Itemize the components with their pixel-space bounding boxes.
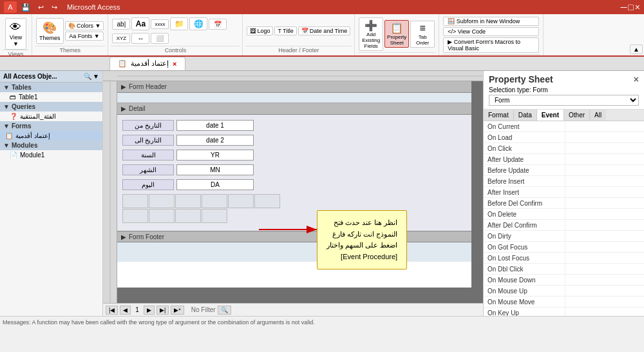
fonts-btn[interactable]: Aa Fonts ▼ (65, 32, 104, 41)
ps-row-before-del-confirm: Before Del Confirm (484, 198, 644, 209)
ps-tab-data[interactable]: Data (514, 110, 537, 121)
ps-label-on-delete: On Delete (484, 210, 565, 219)
nav-next-btn[interactable]: ▶ (144, 306, 155, 315)
nav-first-btn[interactable]: |◀ (106, 306, 118, 315)
h-ruler: /* ruler drawn via template below */ (103, 71, 483, 81)
form-header-expand[interactable]: ▶ (121, 83, 126, 90)
nav-section-title-forms[interactable]: ▼Forms (0, 121, 102, 131)
ribbon-group-label-themes: Themes (35, 46, 105, 54)
ps-tab-other[interactable]: Other (564, 110, 590, 121)
module-icon: 📄 (10, 152, 17, 159)
nav-section-tables: ▼Tables 🗃 Table1 (0, 83, 102, 102)
form-detail-expand[interactable]: ▶ (121, 105, 126, 112)
ps-row-on-load: On Load (484, 132, 644, 143)
ps-value-on-load (565, 136, 644, 139)
save-btn[interactable]: 💾 (18, 3, 33, 12)
ps-tab-event[interactable]: Event (537, 110, 564, 121)
ps-value-before-update (565, 169, 644, 171)
redo-btn[interactable]: ↪ (48, 3, 61, 12)
ps-label-on-click: On Click (484, 144, 565, 153)
property-sheet-btn[interactable]: 📋 Property Sheet (384, 20, 409, 48)
callout-text-line3: اضغط على السهم واختار (327, 240, 397, 251)
xyz-btn[interactable]: XYZ (112, 34, 130, 43)
ps-label-on-load: On Load (484, 133, 565, 142)
field-btn[interactable]: xxxx (151, 19, 169, 29)
folder-btn[interactable]: 📁 (170, 17, 188, 30)
datetime-btn[interactable]: 📅Date and Time (298, 26, 351, 35)
nav-item-query1[interactable]: الفئة_المنتقية ❓ (0, 112, 102, 121)
nav-prev-btn[interactable]: ◀ (120, 306, 131, 315)
app-icon: A (4, 1, 17, 13)
nav-new-btn[interactable]: ▶* (171, 306, 184, 315)
nav-last-btn[interactable]: ▶| (156, 306, 169, 315)
add-existing-btn[interactable]: ➕ Add Existing Fields (359, 17, 383, 51)
ps-row-on-got-focus: On Got Focus (484, 242, 644, 253)
ribbon-collapse-btn[interactable]: ▲ (630, 44, 643, 54)
form-detail-section: ▶ Detail (117, 103, 471, 115)
ps-tab-format[interactable]: Format (484, 110, 514, 121)
ribbon-group-label-tools2 (357, 52, 436, 54)
tab-close-btn[interactable]: × (173, 60, 176, 68)
mn-label-ar: الشهر (122, 164, 174, 175)
ribbon-group-headerfooter: 🖼Logo TTitle 📅Date and Time Header / Foo… (243, 14, 355, 55)
arrow-ctrl-btn[interactable]: ↔ (131, 33, 149, 44)
title-btn[interactable]: TTitle (274, 26, 296, 35)
mn-field[interactable]: MN (176, 164, 254, 175)
ps-row-on-mouse-up: On Mouse Up (484, 286, 644, 297)
ribbon-group-views: 👁 View ▼ Views (0, 14, 32, 55)
minimize-btn[interactable]: ─ (620, 2, 627, 12)
ps-label-on-current: On Current (484, 122, 565, 132)
ps-value-on-mouse-move (565, 300, 644, 303)
logo-btn[interactable]: 🖼Logo (247, 26, 273, 35)
maximize-btn[interactable]: □ (628, 2, 633, 12)
ps-close-btn[interactable]: × (634, 74, 639, 84)
ps-value-on-got-focus (565, 246, 644, 248)
web-btn[interactable]: 🌐 (189, 17, 207, 30)
yr-field[interactable]: YR (176, 150, 254, 161)
close-app-btn[interactable]: × (635, 2, 640, 12)
date2-field[interactable]: date 2 (176, 135, 254, 146)
form-footer-expand[interactable]: ▶ (121, 233, 126, 240)
form-nav-icon: 📋 (5, 132, 13, 139)
form-nav-bar: |◀ ◀ 1 ▶ ▶| ▶* No Filter 🔍 (103, 303, 483, 316)
view-btn[interactable]: 👁 View ▼ (5, 18, 26, 50)
themes-btn[interactable]: 🎨 Themes (36, 18, 64, 44)
subform-new-window-btn[interactable]: 🪟 Subform in New Window (443, 17, 538, 26)
form-tab[interactable]: 📋 إعتماد أقدمية × (109, 57, 185, 70)
nav-section-title-modules[interactable]: ▼Modules (0, 141, 102, 150)
tab-order-btn[interactable]: ≡ Tab Order (410, 21, 435, 48)
undo-btn[interactable]: ↩ (35, 3, 47, 12)
textbox-btn[interactable]: ab| (112, 19, 130, 30)
property-sheet-panel: Property Sheet × Selection type: Form Fo… (483, 71, 644, 316)
ps-tab-all[interactable]: All (590, 110, 606, 121)
nav-item-table1[interactable]: 🗃 Table1 (0, 92, 102, 102)
nav-search-btn[interactable]: 🔍 (84, 73, 91, 80)
rect-btn[interactable]: ⬜ (151, 33, 169, 44)
nav-section-title-queries[interactable]: ▼Queries (0, 102, 102, 112)
nav-section-title-tables[interactable]: ▼Tables (0, 83, 102, 92)
colors-btn[interactable]: 🎨 Colors ▼ (65, 21, 104, 30)
ps-label-on-mouse-up: On Mouse Up (484, 286, 565, 296)
ribbon-group-label-views: Views (3, 50, 29, 57)
date1-field[interactable]: date 1 (176, 120, 254, 131)
calendar-btn[interactable]: 📅 (209, 19, 227, 30)
convert-macros-btn[interactable]: ▶ Convert Form's Macros to Visual Basic (443, 37, 538, 53)
form-row-date2: التاريخ الى date 2 (122, 135, 466, 146)
ps-row-before-insert: Before Insert (484, 176, 644, 187)
nav-menu-btn[interactable]: ▼ (93, 73, 99, 80)
ps-label-before-del-confirm: Before Del Confirm (484, 199, 565, 208)
view-code-btn[interactable]: </> View Code (443, 27, 538, 36)
ps-value-after-update (565, 158, 644, 161)
nav-item-form1[interactable]: إعتماد أقدمية 📋 (0, 131, 102, 141)
nav-section-queries: ▼Queries الفئة_المنتقية ❓ (0, 102, 102, 121)
search-form-btn[interactable]: 🔍 (218, 306, 231, 315)
ps-row-after-del-confirm: After Del Confirm (484, 220, 644, 231)
ribbon-group-tools: 🪟 Subform in New Window </> View Code ▶ … (439, 14, 543, 55)
nav-section-forms: ▼Forms إعتماد أقدمية 📋 (0, 121, 102, 141)
ps-selection-type[interactable]: Form (489, 95, 639, 106)
da-field[interactable]: DA (176, 179, 254, 190)
label-btn[interactable]: Aa (131, 17, 149, 30)
callout-box: انظر هنا عند حدث فتح النموذج انت تاركه ف… (317, 210, 407, 269)
form-design-area: /* ruler drawn via template below */ ▶ F… (103, 71, 483, 316)
nav-item-module1[interactable]: 📄 Module1 (0, 150, 102, 160)
